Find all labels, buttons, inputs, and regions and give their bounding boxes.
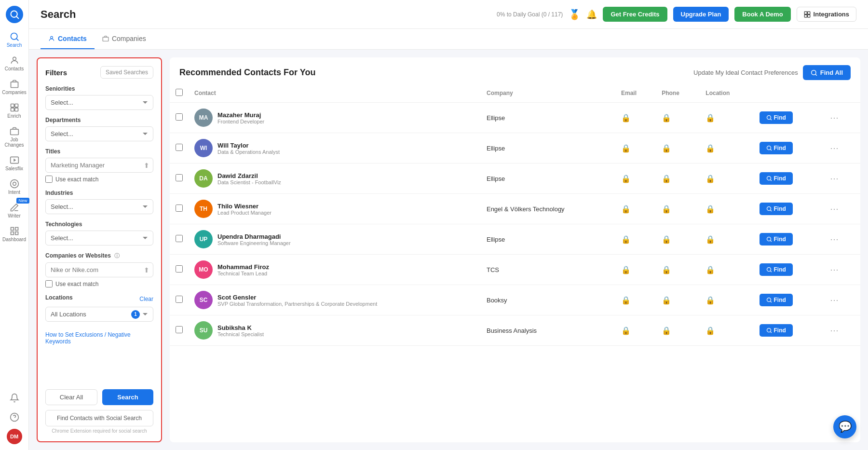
sidebar-item-dashboard[interactable]: Dashboard — [1, 223, 27, 245]
departments-select[interactable]: Select... — [45, 126, 153, 141]
more-options-button[interactable]: ⋯ — [827, 202, 841, 216]
col-phone: Phone — [656, 84, 700, 103]
industries-select[interactable]: Select... — [45, 199, 153, 214]
email-lock-icon: 🔒 — [621, 114, 631, 122]
find-contact-button[interactable]: Find — [760, 203, 793, 215]
row-checkbox[interactable] — [176, 113, 183, 121]
svg-line-28 — [815, 74, 817, 75]
sidebar-item-writer[interactable]: Writer New — [1, 200, 27, 221]
sidebar-item-enrich[interactable]: Enrich — [1, 100, 27, 122]
row-checkbox[interactable] — [176, 296, 183, 303]
tab-contacts[interactable]: Contacts — [41, 29, 95, 49]
sidebar-item-salesflix[interactable]: Salesflix — [1, 152, 27, 174]
titles-upload-icon[interactable]: ⬆ — [144, 162, 149, 169]
contact-avatar: MA — [194, 109, 213, 127]
companies-exact-match-checkbox[interactable] — [45, 280, 53, 287]
contact-job-title: Technical Specialist — [217, 331, 264, 337]
companies-info-icon[interactable]: ⓘ — [114, 253, 120, 259]
contact-cell: MA Mazaher Muraj Frontend Developer — [194, 109, 475, 127]
contact-name: Mohammad Firoz — [217, 263, 269, 271]
row-checkbox[interactable] — [176, 265, 183, 273]
bell-topbar-icon[interactable]: 🔔 — [586, 9, 597, 20]
find-contact-button[interactable]: Find — [760, 263, 793, 276]
location-lock-icon: 🔒 — [705, 205, 715, 213]
row-checkbox[interactable] — [176, 205, 183, 212]
sidebar-item-intent[interactable]: Intent — [1, 176, 27, 198]
tab-companies[interactable]: Companies — [95, 29, 154, 49]
upgrade-plan-button[interactable]: Upgrade Plan — [673, 7, 729, 22]
contact-company: Engel & Völkers Technology — [481, 194, 615, 224]
find-contact-button[interactable]: Find — [760, 142, 793, 154]
user-avatar[interactable]: DM — [7, 429, 22, 444]
app-logo[interactable] — [6, 6, 23, 23]
find-contact-button[interactable]: Find — [760, 172, 793, 185]
contact-avatar: MO — [194, 260, 213, 279]
svg-point-39 — [767, 268, 771, 272]
titles-input[interactable] — [45, 158, 153, 173]
svg-line-36 — [770, 210, 772, 212]
find-contact-button[interactable]: Find — [760, 294, 793, 306]
contact-info: Scot Gensler SVP Global Transformation, … — [217, 294, 377, 307]
tabs-bar: Contacts Companies — [29, 29, 868, 50]
sidebar-item-contacts[interactable]: Contacts — [1, 53, 27, 74]
svg-point-14 — [13, 182, 16, 186]
col-email: Email — [615, 84, 656, 103]
contact-cell: SU Subiksha K Technical Specialist — [194, 321, 475, 340]
filter-panel: Filters Saved Searches Seniorities Selec… — [37, 57, 162, 442]
sidebar-item-search[interactable]: Search — [1, 29, 27, 51]
more-options-button[interactable]: ⋯ — [827, 141, 841, 155]
row-checkbox[interactable] — [176, 326, 183, 333]
find-contact-button[interactable]: Find — [760, 111, 793, 124]
row-checkbox[interactable] — [176, 174, 183, 181]
main-area: Search 0% to Daily Goal (0 / 117) 🏅 🔔 Ge… — [29, 0, 868, 450]
filter-header: Filters Saved Searches — [45, 66, 153, 79]
get-free-credits-button[interactable]: Get Free Credits — [603, 7, 667, 22]
companies-upload-icon[interactable]: ⬆ — [144, 266, 149, 274]
email-lock-icon: 🔒 — [621, 327, 631, 335]
seniorities-select[interactable]: Select... — [45, 95, 153, 110]
more-options-button[interactable]: ⋯ — [827, 324, 841, 337]
row-checkbox[interactable] — [176, 144, 183, 151]
svg-point-35 — [767, 207, 771, 211]
contact-avatar: SU — [194, 321, 213, 340]
saved-searches-button[interactable]: Saved Searches — [100, 66, 153, 79]
more-options-button[interactable]: ⋯ — [827, 263, 841, 276]
exclusions-link[interactable]: How to Set Exclusions / Negative Keyword… — [45, 331, 153, 345]
sidebar-item-notifications[interactable] — [1, 390, 27, 406]
sidebar-item-companies[interactable]: Companies — [1, 76, 27, 98]
email-lock-icon: 🔒 — [621, 235, 631, 244]
social-search-button[interactable]: Find Contacts with Social Search — [45, 410, 153, 426]
svg-line-42 — [770, 301, 772, 303]
find-all-button[interactable]: Find All — [803, 65, 851, 80]
titles-exact-match-checkbox[interactable] — [45, 176, 53, 183]
find-contact-button[interactable]: Find — [760, 324, 793, 337]
find-contact-button[interactable]: Find — [760, 233, 793, 245]
more-options-button[interactable]: ⋯ — [827, 172, 841, 185]
update-prefs-link[interactable]: Update My Ideal Contact Preferences — [693, 69, 798, 76]
contact-job-title: Frontend Developer — [217, 119, 264, 124]
chat-bubble[interactable]: 💬 — [833, 415, 856, 438]
svg-point-41 — [767, 298, 771, 302]
contact-name: Mazaher Muraj — [217, 111, 264, 119]
book-demo-button[interactable]: Book A Demo — [734, 7, 790, 22]
chrome-ext-note: Chrome Extension required for social sea… — [45, 428, 153, 434]
svg-marker-12 — [14, 159, 16, 162]
content-area: Filters Saved Searches Seniorities Selec… — [29, 50, 868, 450]
col-location: Location — [700, 84, 753, 103]
technologies-select[interactable]: Select... — [45, 231, 153, 245]
locations-clear-link[interactable]: Clear — [139, 296, 153, 302]
contacts-table: Contact Company Email Phone Location MA — [170, 84, 860, 346]
more-options-button[interactable]: ⋯ — [827, 111, 841, 124]
medal-icon: 🏅 — [569, 9, 581, 20]
search-filter-button[interactable]: Search — [102, 389, 153, 405]
companies-exact-match-label: Use exact match — [55, 281, 98, 287]
row-checkbox[interactable] — [176, 235, 183, 242]
select-all-checkbox[interactable] — [176, 89, 183, 96]
clear-all-button[interactable]: Clear All — [45, 389, 97, 405]
integrations-button[interactable]: Integrations — [797, 7, 856, 22]
sidebar-item-job-changes[interactable]: Job Changes — [1, 123, 27, 150]
companies-input[interactable] — [45, 262, 153, 277]
more-options-button[interactable]: ⋯ — [827, 293, 841, 307]
more-options-button[interactable]: ⋯ — [827, 232, 841, 246]
sidebar-item-help[interactable] — [1, 409, 27, 425]
